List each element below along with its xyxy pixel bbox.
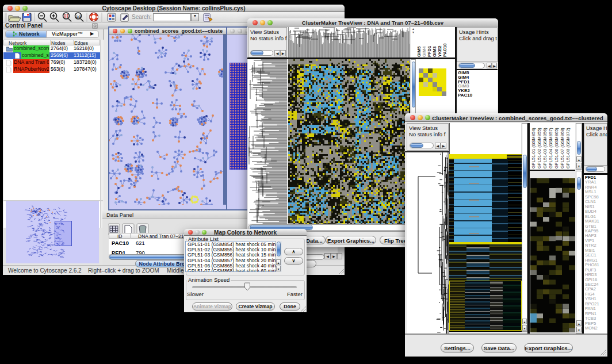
svg-text:GPL51-03 (GSM856): GPL51-03 (GSM856) <box>542 128 548 168</box>
svg-text:GPL51-02 (GSM855): GPL51-02 (GSM855) <box>537 128 542 168</box>
svg-text:GPL51-07 (GSM868): GPL51-07 (GSM868) <box>560 128 565 168</box>
svg-text:GIM3: GIM3 <box>432 47 437 57</box>
svg-text:1:1: 1:1 <box>76 15 81 18</box>
svg-text:PFD1: PFD1 <box>427 46 432 57</box>
svg-text:PAC10: PAC10 <box>442 43 447 57</box>
svg-text:GPL51-06 (GSM865): GPL51-06 (GSM865) <box>554 128 559 168</box>
svg-text:GPL51-01 (GSM854): GPL51-01 (GSM854) <box>531 128 536 168</box>
svg-text:GIM5: GIM5 <box>416 47 422 57</box>
svg-text:YKE2: YKE2 <box>437 45 442 57</box>
svg-text:GIM4: GIM4 <box>422 46 427 57</box>
svg-text:GPL51-08 (GSM872): GPL51-08 (GSM872) <box>565 128 571 168</box>
svg-text:GPL51-04 (GSM857): GPL51-04 (GSM857) <box>548 128 553 168</box>
